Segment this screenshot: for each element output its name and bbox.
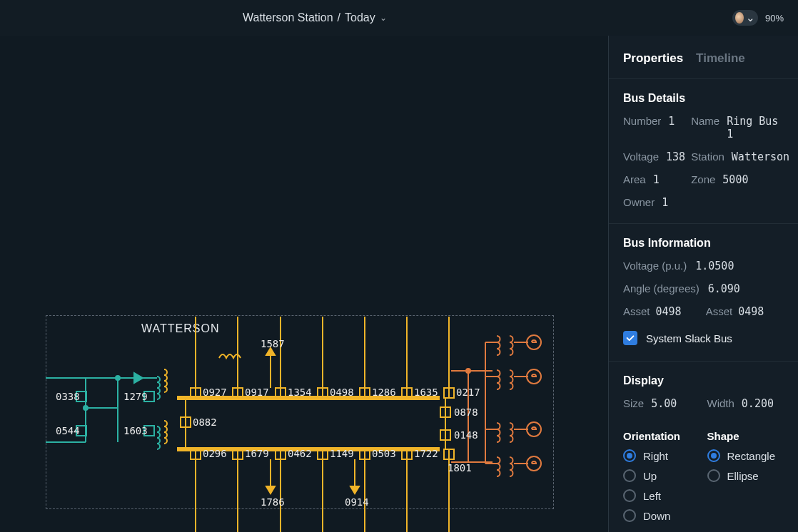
node-label-0878: 0878 [454, 406, 478, 418]
arrow-label-0914: 0914 [345, 496, 369, 508]
label-shape: Shape [707, 430, 784, 442]
value-number: 1 [668, 115, 675, 128]
node-label-1722: 1722 [414, 448, 438, 459]
section-title: Display [623, 374, 784, 387]
radio-icon [623, 469, 636, 482]
label-vpu: Voltage (p.u.) [623, 260, 687, 272]
chevron-down-icon: ⌄ [746, 11, 755, 24]
breadcrumb[interactable]: Watterson Station / Today ⌄ [243, 11, 387, 24]
label-angle: Angle (degrees) [623, 282, 699, 295]
node-label-1279: 1279 [123, 391, 148, 402]
label-zone: Zone [691, 173, 715, 185]
node-label-1603: 1603 [123, 425, 148, 436]
node-label-0882: 0882 [193, 416, 217, 428]
radio-orientation-up[interactable]: Up [623, 469, 700, 482]
value-vpu: 1.0500 [695, 260, 734, 272]
node-label-0498: 0498 [330, 387, 354, 398]
main: WATTERSON 088208780148092709171354049812… [0, 36, 798, 532]
breadcrumb-sep: / [338, 11, 340, 24]
diagram-canvas[interactable]: WATTERSON 088208780148092709171354049812… [0, 36, 608, 532]
node-label-0217: 0217 [456, 387, 480, 398]
label-number: Number [623, 115, 661, 127]
label-voltage: Voltage [623, 150, 659, 163]
section-title: Bus Details [623, 92, 784, 105]
node-label-1149: 1149 [330, 448, 354, 459]
label-name: Name [691, 115, 719, 127]
breadcrumb-view: Today [345, 11, 375, 24]
breadcrumb-station: Watterson Station [243, 11, 333, 24]
label-asset1: Asset [623, 305, 650, 318]
value-area: 1 [653, 173, 660, 186]
radio-icon [707, 469, 720, 482]
topbar: Watterson Station / Today ⌄ ⌄ 90% [0, 0, 798, 36]
node-label-0503: 0503 [372, 448, 396, 459]
section-display: Display Size5.00 Width0.200 Orientation … [609, 362, 798, 532]
value-asset1: 0498 [656, 305, 682, 318]
radio-icon [623, 489, 636, 502]
radio-label: Ellipse [727, 470, 759, 482]
value-name: Ring Bus 1 [727, 115, 789, 140]
value-size: 5.00 [651, 397, 677, 410]
zoom-level: 90% [765, 13, 784, 24]
node-label-0338: 0338 [56, 391, 80, 402]
node-label-0148: 0148 [454, 429, 478, 441]
checkbox-icon [623, 331, 637, 345]
radio-label: Up [643, 470, 657, 482]
radio-label: Right [643, 450, 668, 462]
checkbox-slack-bus[interactable]: System Slack Bus [623, 331, 784, 345]
value-width: 0.200 [742, 397, 774, 410]
tab-timeline[interactable]: Timeline [696, 51, 745, 66]
node-label-0462: 0462 [288, 448, 312, 459]
node-label-1679: 1679 [245, 448, 269, 459]
avatar [735, 12, 744, 24]
section-title: Bus Information [623, 237, 784, 250]
panel-tabs: Properties Timeline [609, 36, 798, 79]
radio-icon [623, 509, 636, 522]
node-label-0927: 0927 [203, 387, 227, 398]
radio-shape-ellipse[interactable]: Ellipse [707, 469, 784, 482]
node-label-0917: 0917 [245, 387, 269, 398]
label-orientation: Orientation [623, 430, 700, 442]
section-bus-information: Bus Information Voltage (p.u.)1.0500 Ang… [609, 224, 798, 362]
radio-orientation-down[interactable]: Down [623, 509, 700, 522]
user-menu[interactable]: ⌄ [732, 10, 758, 26]
radio-orientation-right[interactable]: Right [623, 449, 700, 462]
topbar-right: ⌄ 90% [732, 10, 784, 26]
node-label-0296: 0296 [203, 448, 227, 459]
value-angle: 6.090 [708, 282, 740, 295]
label-asset2: Asset [706, 305, 733, 318]
label-station: Station [691, 150, 724, 163]
radio-shape-rectangle[interactable]: Rectangle [707, 449, 784, 462]
node-label-0544: 0544 [56, 425, 80, 436]
value-station: Watterson [732, 150, 789, 163]
radio-label: Down [643, 510, 670, 522]
node-label-1354: 1354 [288, 387, 312, 398]
label-size: Size [623, 397, 644, 409]
value-voltage: 138 [666, 150, 685, 163]
shape-group: Shape RectangleEllipse [707, 430, 784, 529]
label-width: Width [707, 397, 734, 409]
node-label-1635: 1635 [414, 387, 438, 398]
radio-icon [623, 449, 636, 462]
value-asset2: 0498 [738, 305, 764, 318]
radio-label: Rectangle [727, 450, 776, 462]
value-zone: 5000 [722, 173, 748, 186]
arrow-label-1786: 1786 [261, 496, 285, 508]
station-label: WATTERSON [141, 322, 219, 335]
checkbox-label: System Slack Bus [646, 332, 732, 344]
label-owner: Owner [623, 196, 655, 208]
label-area: Area [623, 173, 646, 185]
value-owner: 1 [662, 196, 668, 209]
properties-panel: Properties Timeline Bus Details Number1 … [608, 36, 798, 532]
section-bus-details: Bus Details Number1 NameRing Bus 1 Volta… [609, 79, 798, 224]
chevron-down-icon: ⌄ [380, 13, 387, 23]
radio-label: Left [643, 490, 661, 502]
orientation-group: Orientation RightUpLeftDown [623, 430, 700, 529]
tab-properties[interactable]: Properties [623, 51, 683, 66]
radio-icon [707, 449, 720, 462]
radio-orientation-left[interactable]: Left [623, 489, 700, 502]
arrow-label-1587: 1587 [261, 338, 285, 349]
node-label-1286: 1286 [372, 387, 396, 398]
node-label-1801: 1801 [448, 462, 472, 474]
